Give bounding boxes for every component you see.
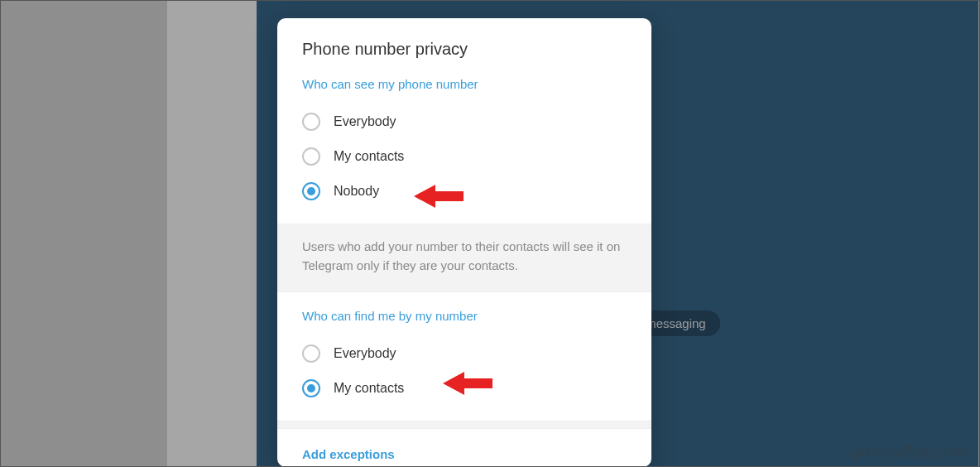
section-who-can-find: Who can find me by my number Everybody M… xyxy=(277,292,651,421)
privacy-dialog: Phone number privacy Who can see my phon… xyxy=(277,18,651,467)
add-exceptions-title: Add exceptions xyxy=(302,447,627,461)
radio-icon xyxy=(302,344,320,363)
annotation-arrow-icon xyxy=(414,182,464,210)
radio-everybody-see[interactable]: Everybody xyxy=(302,104,627,139)
svg-marker-1 xyxy=(443,372,492,395)
radio-icon xyxy=(302,379,320,397)
svg-marker-0 xyxy=(414,185,464,208)
radio-nobody-see[interactable]: Nobody xyxy=(302,174,627,209)
dialog-title: Phone number privacy xyxy=(277,18,651,74)
radio-label: Everybody xyxy=(334,346,396,361)
section-title-see: Who can see my phone number xyxy=(302,77,627,91)
radio-label: Nobody xyxy=(334,184,379,199)
watermark: groovyPost.com xyxy=(851,441,968,462)
radio-icon xyxy=(302,113,320,131)
divider xyxy=(277,421,651,429)
radio-everybody-find[interactable]: Everybody xyxy=(302,336,627,371)
radio-mycontacts-see[interactable]: My contacts xyxy=(302,139,627,174)
radio-icon xyxy=(302,147,320,166)
section-who-can-see: Who can see my phone number Everybody My… xyxy=(277,74,651,224)
radio-label: Everybody xyxy=(334,114,396,129)
annotation-arrow-icon xyxy=(443,369,492,397)
radio-label: My contacts xyxy=(334,381,404,396)
radio-icon xyxy=(302,182,320,200)
radio-label: My contacts xyxy=(334,149,404,164)
info-text: Users who add your number to their conta… xyxy=(277,224,651,292)
section-title-find: Who can find me by my number xyxy=(302,309,627,323)
add-exceptions-section[interactable]: Add exceptions xyxy=(277,429,651,467)
